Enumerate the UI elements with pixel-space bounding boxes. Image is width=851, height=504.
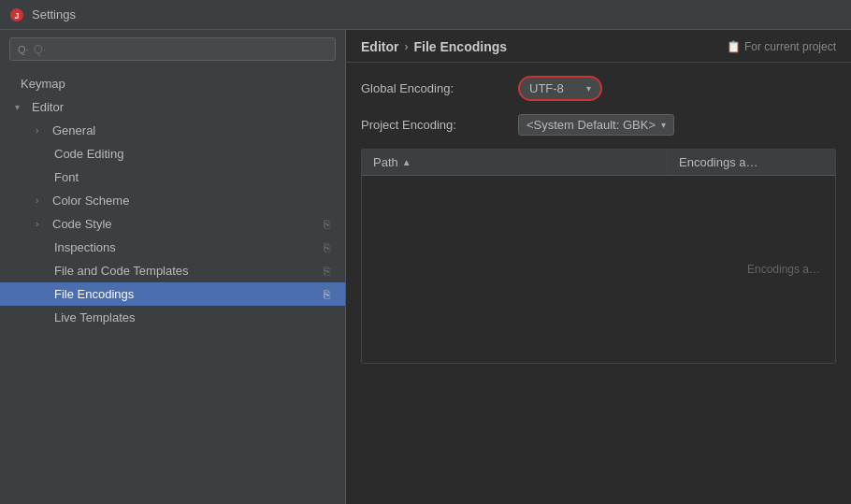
search-input[interactable] xyxy=(34,42,327,56)
breadcrumb-separator: › xyxy=(404,40,408,53)
sidebar-item-label: Live Templates xyxy=(54,310,135,324)
for-project-label: For current project xyxy=(744,40,836,53)
chevron-down-icon: ▾ xyxy=(661,120,666,130)
chevron-down-icon: ▾ xyxy=(586,83,591,94)
table-col-encoding[interactable]: Encodings a… xyxy=(667,150,835,175)
global-encoding-value: UTF-8 xyxy=(529,81,564,95)
sidebar-item-code-editing[interactable]: Code Editing xyxy=(0,142,345,166)
project-encoding-row: Project Encoding: <System Default: GBK> … xyxy=(361,114,836,136)
project-encoding-label: Project Encoding: xyxy=(361,118,511,132)
encodings-table: Path ▲ Encodings a… Encodings a… xyxy=(361,149,836,364)
project-encoding-value: <System Default: GBK> xyxy=(526,118,656,132)
content-area: Editor › File Encodings 📋 For current pr… xyxy=(346,30,851,504)
sidebar-item-editor[interactable]: ▾ Editor xyxy=(0,95,345,119)
sidebar-item-font[interactable]: Font xyxy=(0,166,345,189)
breadcrumb: Editor › File Encodings xyxy=(361,39,507,54)
sidebar-item-label: Code Style xyxy=(52,217,112,231)
sidebar-item-label: General xyxy=(52,123,95,137)
sidebar-content: Keymap ▾ Editor › General Code Editing xyxy=(0,68,345,504)
global-encoding-label: Global Encoding: xyxy=(361,81,511,95)
content-body: Global Encoding: UTF-8 ▾ Project Encodin… xyxy=(346,63,851,504)
search-icon: Q· xyxy=(18,44,29,55)
copy-icon: ⎘ xyxy=(324,241,330,254)
sidebar-item-label: File Encodings xyxy=(54,287,134,301)
path-column-label: Path xyxy=(373,155,398,169)
sidebar-item-file-encodings[interactable]: File Encodings ⎘ xyxy=(0,282,345,306)
sort-asc-icon: ▲ xyxy=(402,157,411,167)
search-box[interactable]: Q· xyxy=(9,37,336,61)
sidebar-item-label: Inspections xyxy=(54,240,116,254)
breadcrumb-current: File Encodings xyxy=(413,39,507,54)
main-layout: Q· Keymap ▾ Editor › General xyxy=(0,30,851,504)
encoding-column-label: Encodings a… xyxy=(679,155,758,169)
svg-text:J: J xyxy=(14,11,19,21)
sidebar-item-label: Code Editing xyxy=(54,147,123,161)
chevron-right-icon: › xyxy=(36,125,47,136)
sidebar-item-label: Font xyxy=(54,170,79,184)
breadcrumb-parent: Editor xyxy=(361,39,398,54)
chevron-right-icon: › xyxy=(36,195,47,206)
sidebar-item-code-style[interactable]: › Code Style ⎘ xyxy=(0,212,345,236)
sidebar-item-live-templates[interactable]: Live Templates xyxy=(0,306,345,329)
sidebar-item-label: File and Code Templates xyxy=(54,264,189,278)
sidebar-item-general[interactable]: › General xyxy=(0,119,345,142)
chevron-down-icon: ▾ xyxy=(15,102,26,112)
global-encoding-row: Global Encoding: UTF-8 ▾ xyxy=(361,76,836,101)
sidebar-item-label: Color Scheme xyxy=(52,194,129,208)
sidebar-item-keymap[interactable]: Keymap xyxy=(0,72,345,95)
table-body: Encodings a… xyxy=(362,176,835,363)
sidebar-item-file-code-templates[interactable]: File and Code Templates ⎘ xyxy=(0,259,345,282)
copy-icon: ⎘ xyxy=(324,265,330,278)
sidebar-item-color-scheme[interactable]: › Color Scheme xyxy=(0,189,345,212)
chevron-right-icon: › xyxy=(36,219,47,229)
copy-icon: ⎘ xyxy=(324,288,330,301)
project-encoding-dropdown[interactable]: <System Default: GBK> ▾ xyxy=(518,114,674,136)
copy-icon: ⎘ xyxy=(324,218,330,231)
sidebar-item-label: Editor xyxy=(32,100,64,114)
table-empty-hint: Encodings a… xyxy=(747,263,820,276)
project-icon: 📋 xyxy=(727,40,741,53)
table-col-path[interactable]: Path ▲ xyxy=(362,150,667,175)
table-header: Path ▲ Encodings a… xyxy=(362,150,835,176)
window-title: Settings xyxy=(32,7,76,22)
content-header: Editor › File Encodings 📋 For current pr… xyxy=(346,30,851,63)
sidebar-item-inspections[interactable]: Inspections ⎘ xyxy=(0,236,345,259)
app-icon: J xyxy=(9,7,24,22)
for-project: 📋 For current project xyxy=(727,40,836,53)
global-encoding-dropdown[interactable]: UTF-8 ▾ xyxy=(518,76,602,101)
title-bar: J Settings xyxy=(0,0,851,30)
sidebar: Q· Keymap ▾ Editor › General xyxy=(0,30,346,504)
sidebar-item-label: Keymap xyxy=(21,77,65,91)
